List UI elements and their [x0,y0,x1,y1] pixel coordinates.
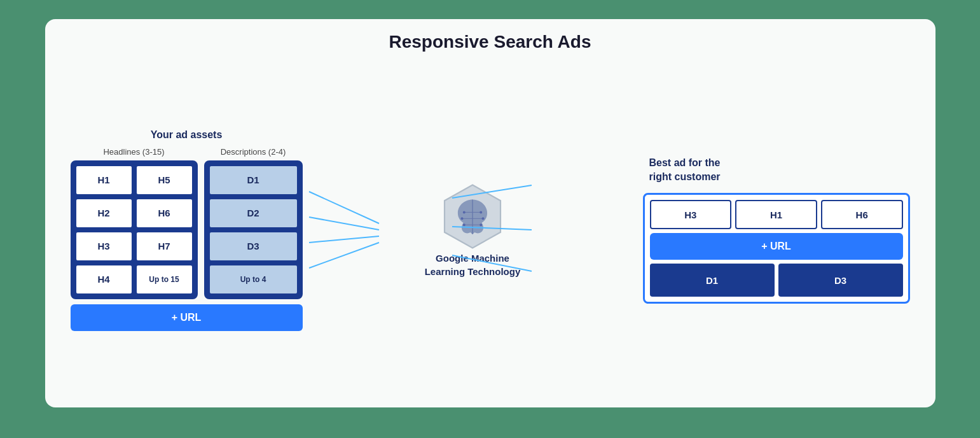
headline-h2: H2 [75,198,133,229]
descriptions-sublabel: Descriptions (2-4) [204,147,303,157]
headline-h4: H4 [75,264,133,295]
main-content: Your ad assets Headlines (3-15) Descript… [71,65,910,395]
svg-line-5 [452,227,532,230]
right-ad-card: H3 H1 H6 + URL D1 D3 [643,193,910,304]
desc-upto4: Up to 4 [209,264,298,295]
headlines-grid: H1 H5 H2 H6 H3 H7 H4 Up to 15 [71,160,198,299]
left-section: Your ad assets Headlines (3-15) Descript… [71,129,303,331]
main-card: Responsive Search Ads Your ad assets Hea… [45,19,935,407]
headline-h1: H1 [75,165,133,195]
svg-line-6 [452,255,532,271]
headline-h3: H3 [75,231,133,262]
connector-lines-svg [303,128,643,332]
right-desc-d1: D1 [650,264,775,297]
grids-row: H1 H5 H2 H6 H3 H7 H4 Up to 15 D1 D2 D3 [71,160,303,299]
headline-h7: H7 [135,231,193,262]
headlines-sublabel: Headlines (3-15) [71,147,198,157]
right-url-button[interactable]: + URL [650,233,903,260]
svg-line-4 [452,185,532,198]
headline-upto15: Up to 15 [135,264,193,295]
left-url-button[interactable]: + URL [71,304,303,331]
headline-h5: H5 [135,165,193,195]
desc-d3: D3 [209,231,298,262]
connector-brain-area: Google Machine Learning Technology [303,128,643,332]
right-section: Best ad for the right customer H3 H1 H6 … [643,156,910,304]
ad-assets-label: Your ad assets [151,129,223,141]
page-wrapper: Responsive Search Ads Your ad assets Hea… [0,0,980,438]
descriptions-grid: D1 D2 D3 Up to 4 [204,160,303,299]
right-headlines-row: H3 H1 H6 [650,200,903,229]
right-headline-h1: H1 [735,200,817,229]
right-desc-d3: D3 [778,264,903,297]
svg-line-2 [309,236,379,243]
sub-labels-row: Headlines (3-15) Descriptions (2-4) [71,147,303,157]
right-headline-h3: H3 [650,200,732,229]
right-label: Best ad for the right customer [643,156,721,185]
page-title: Responsive Search Ads [389,32,591,52]
svg-line-3 [309,243,379,268]
headline-h6: H6 [135,198,193,229]
right-desc-row: D1 D3 [650,264,903,297]
desc-d1: D1 [209,165,298,195]
right-headline-h6: H6 [821,200,903,229]
desc-d2: D2 [209,198,298,229]
